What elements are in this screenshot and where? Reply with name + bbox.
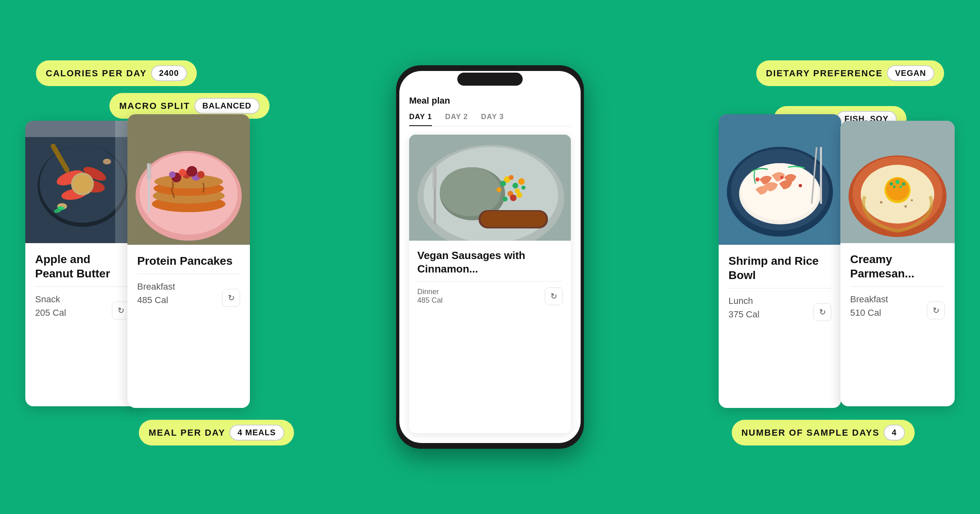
phone-screen: Meal plan DAY 1 DAY 2 DAY 3 — [399, 71, 581, 443]
svg-point-30 — [169, 171, 176, 178]
svg-rect-34 — [150, 163, 151, 179]
calories-value: 2400 — [151, 65, 187, 81]
svg-point-77 — [890, 182, 893, 186]
phone-meal-footer: Dinner 485 Cal ↻ — [417, 287, 563, 305]
pancakes-meal-type: Breakfast — [137, 280, 175, 293]
svg-point-43 — [509, 175, 514, 180]
svg-point-10 — [103, 159, 111, 164]
phone-tab-day1[interactable]: DAY 1 — [409, 113, 432, 126]
dietary-value: VEGAN — [887, 65, 934, 81]
creamy-card-body: Creamy Parmesan... Breakfast 510 Cal ↻ — [840, 243, 955, 406]
shrimp-card-footer: Lunch 375 Cal ↻ — [728, 294, 831, 321]
creamy-card-title: Creamy Parmesan... — [850, 252, 945, 281]
shrimp-refresh-button[interactable]: ↻ — [813, 303, 831, 321]
phone-tab-day3[interactable]: DAY 3 — [481, 113, 504, 126]
sample-days-label: NUMBER OF SAMPLE DAYS — [742, 428, 880, 438]
apple-card-image — [25, 121, 140, 243]
macro-label: MACRO SPLIT — [119, 101, 190, 111]
phone-notch — [457, 73, 523, 86]
phone-meal-image — [409, 135, 571, 241]
phone-meal-calories: 485 Cal — [417, 296, 443, 305]
apple-card-title: Apple and Peanut Butter — [35, 252, 130, 281]
sample-days-value: 4 — [884, 425, 905, 441]
calories-pill: CALORIES PER DAY 2400 — [36, 60, 197, 86]
svg-point-44 — [518, 178, 525, 185]
svg-point-27 — [179, 169, 186, 176]
shrimp-card-divider — [728, 288, 831, 288]
phone-meal-meta: Dinner 485 Cal — [417, 288, 443, 305]
svg-point-83 — [911, 199, 913, 202]
phone-meal-type: Dinner — [417, 288, 443, 296]
svg-point-84 — [904, 205, 907, 208]
phone-content: Meal plan DAY 1 DAY 2 DAY 3 — [399, 95, 581, 443]
pancakes-card-image — [127, 114, 250, 245]
svg-point-79 — [902, 182, 905, 186]
creamy-card-meta: Breakfast 510 Cal — [850, 292, 888, 319]
phone-tabs: DAY 1 DAY 2 DAY 3 — [409, 113, 571, 126]
creamy-calories: 510 Cal — [850, 306, 888, 319]
shrimp-meal-type: Lunch — [728, 294, 760, 308]
shrimp-calories: 375 Cal — [728, 308, 760, 321]
dietary-label: DIETARY PREFERENCE — [766, 68, 883, 79]
apple-card: Apple and Peanut Butter Snack 205 Cal ↻ — [25, 121, 140, 406]
svg-point-78 — [895, 180, 900, 184]
svg-point-51 — [503, 197, 508, 202]
apple-calories: 205 Cal — [35, 306, 66, 319]
creamy-meal-type: Breakfast — [850, 292, 888, 306]
svg-point-65 — [755, 177, 760, 182]
phone-refresh-button[interactable]: ↻ — [545, 287, 563, 305]
apple-card-meta: Snack 205 Cal — [35, 292, 66, 319]
creamy-card: Creamy Parmesan... Breakfast 510 Cal ↻ — [840, 121, 955, 406]
phone-header: Meal plan — [409, 95, 571, 106]
shrimp-card-title: Shrimp and Rice Bowl — [728, 254, 831, 282]
dietary-pill: DIETARY PREFERENCE VEGAN — [756, 60, 944, 86]
svg-point-40 — [440, 167, 501, 216]
svg-rect-58 — [436, 167, 437, 188]
svg-point-45 — [500, 181, 506, 186]
svg-point-49 — [497, 187, 501, 192]
meal-per-day-label: MEAL PER DAY — [149, 428, 225, 438]
creamy-card-footer: Breakfast 510 Cal ↻ — [850, 292, 945, 319]
shrimp-card-image — [719, 114, 841, 245]
calories-label: CALORIES PER DAY — [46, 68, 147, 79]
apple-card-body: Apple and Peanut Butter Snack 205 Cal ↻ — [25, 243, 140, 406]
svg-point-42 — [512, 183, 518, 188]
svg-rect-33 — [149, 163, 149, 179]
creamy-card-divider — [850, 286, 945, 287]
pancakes-card-meta: Breakfast 485 Cal — [137, 280, 175, 307]
meal-per-day-value: 4 MEALS — [229, 425, 284, 441]
apple-card-footer: Snack 205 Cal ↻ — [35, 292, 130, 319]
phone-meal-divider — [417, 281, 563, 281]
phone-tab-day2[interactable]: DAY 2 — [445, 113, 468, 126]
pancakes-calories: 485 Cal — [137, 293, 175, 307]
svg-point-67 — [780, 176, 784, 179]
phone-meal-card: Vegan Sausages with Cinnamon... Dinner 4… — [409, 135, 571, 433]
sample-days-pill: NUMBER OF SAMPLE DAYS 4 — [732, 420, 915, 445]
svg-rect-68 — [820, 147, 822, 204]
shrimp-card: Shrimp and Rice Bowl Lunch 375 Cal ↻ — [719, 114, 841, 408]
svg-point-64 — [741, 163, 819, 220]
svg-point-80 — [893, 186, 895, 188]
svg-point-50 — [510, 195, 517, 201]
svg-point-28 — [187, 166, 197, 177]
apple-card-divider — [35, 286, 130, 287]
svg-point-29 — [197, 171, 205, 178]
svg-point-81 — [900, 186, 902, 188]
creamy-card-image — [840, 121, 955, 243]
pancakes-card: Protein Pancakes Breakfast 485 Cal ↻ — [127, 114, 250, 408]
svg-point-82 — [880, 201, 882, 204]
phone-meal-title: Vegan Sausages with Cinnamon... — [417, 249, 563, 275]
meal-per-day-pill: MEAL PER DAY 4 MEALS — [139, 420, 294, 445]
shrimp-card-meta: Lunch 375 Cal — [728, 294, 760, 321]
pancakes-card-body: Protein Pancakes Breakfast 485 Cal ↻ — [127, 245, 250, 408]
apple-meal-type: Snack — [35, 292, 66, 306]
svg-rect-32 — [147, 163, 148, 179]
svg-point-8 — [74, 175, 91, 193]
creamy-refresh-button[interactable]: ↻ — [927, 301, 945, 319]
pancakes-card-title: Protein Pancakes — [137, 254, 240, 268]
pancakes-refresh-button[interactable]: ↻ — [222, 289, 240, 307]
pancakes-card-footer: Breakfast 485 Cal ↻ — [137, 280, 240, 307]
svg-rect-56 — [432, 167, 434, 188]
svg-rect-57 — [434, 167, 435, 188]
phone-mockup: Meal plan DAY 1 DAY 2 DAY 3 — [396, 65, 584, 449]
